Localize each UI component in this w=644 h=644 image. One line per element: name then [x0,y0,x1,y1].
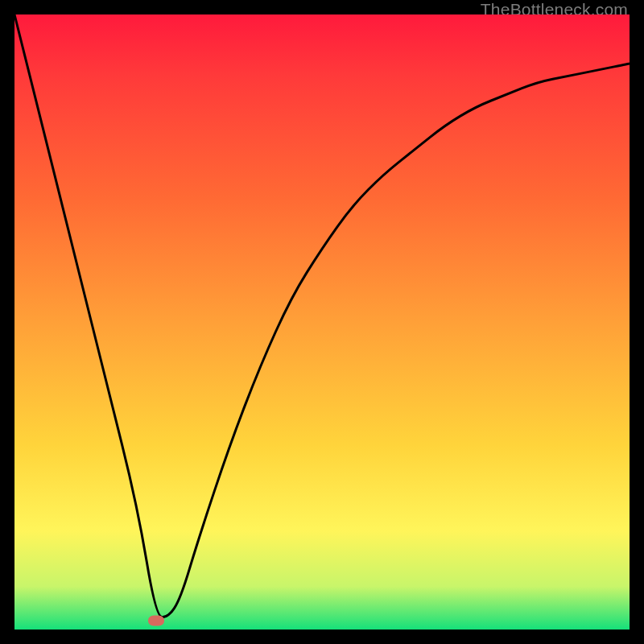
plot-area [14,14,630,630]
optimal-point-marker [148,615,164,625]
chart-frame: TheBottleneck.com [0,0,644,644]
bottleneck-curve [14,14,630,630]
